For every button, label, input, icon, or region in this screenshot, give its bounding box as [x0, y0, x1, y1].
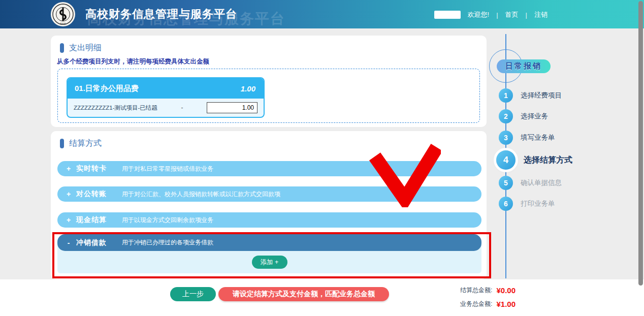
- university-logo: ★ ★ ★: [51, 2, 75, 26]
- expense-amount-input[interactable]: [207, 102, 257, 113]
- step-number-badge: 6: [499, 197, 513, 211]
- expense-item-header[interactable]: 01.日常办公用品费 1.00: [68, 78, 264, 99]
- expense-funding-row: ZZZZZZZZZZ1-测试项目-已结题 -: [68, 99, 264, 117]
- expense-item-card: 01.日常办公用品费 1.00 ZZZZZZZZZZ1-测试项目-已结题 -: [67, 77, 265, 118]
- footer-action-bar: 上一步 请设定结算方式及支付金额，匹配业务总金额 结算总金额: ¥0.00 业务…: [0, 279, 644, 316]
- method-row-realtime-card[interactable]: + 实时转卡 用于对私日常零星报销或借款业务: [57, 161, 481, 176]
- method-description: 用于对公汇款、校外人员报销款转帐或以汇款方式交回款项: [122, 190, 280, 199]
- nav-logout-link[interactable]: 注销: [534, 10, 548, 19]
- university-seal-icon: ★ ★ ★: [52, 3, 74, 25]
- expense-section-note: 从多个经费项目列支时，请注明每项经费具体支出金额: [57, 57, 209, 66]
- business-total-value: ¥1.00: [496, 300, 516, 308]
- step-number-badge: 1: [499, 88, 513, 103]
- settlement-warning-button[interactable]: 请设定结算方式及支付金额，匹配业务总金额: [218, 287, 389, 301]
- settlement-total-line: 结算总金额: ¥0.00: [439, 283, 516, 297]
- expense-item-name: 01.日常办公用品费: [75, 84, 139, 93]
- step-label: 打印业务单: [521, 199, 555, 208]
- page-title: 高校财务信息管理与服务平台: [85, 7, 237, 22]
- expand-icon: +: [65, 216, 72, 224]
- method-row-cash-settlement[interactable]: + 现金结算 用于以现金方式交回剩余款项业务: [57, 212, 481, 228]
- expense-section-title: 支出明细: [69, 43, 102, 53]
- method-name: 对公转账: [76, 189, 107, 199]
- expense-item-amount: 1.00: [241, 84, 255, 93]
- step-label: 选择业务: [521, 112, 548, 121]
- wizard-step-6[interactable]: 6 打印业务单: [499, 197, 555, 211]
- nav-home-link[interactable]: 首页: [505, 10, 519, 19]
- welcome-text: 欢迎您!: [468, 10, 490, 19]
- header-nav: 欢迎您! | 首页 | 注销: [434, 10, 548, 19]
- totals-summary: 结算总金额: ¥0.00 业务总金额: ¥1.00: [439, 283, 516, 311]
- method-description: 用于对私日常零星报销或借款业务: [122, 165, 213, 173]
- wizard-badge: 日常报销: [497, 59, 551, 73]
- collapse-icon: -: [65, 239, 72, 247]
- step-number-badge: 5: [499, 176, 513, 190]
- wizard-step-5[interactable]: 5 确认单据信息: [499, 176, 562, 190]
- settlement-method-card: 结算方式 + 实时转卡 用于对私日常零星报销或借款业务 + 对公转账 用于对公汇…: [51, 131, 487, 279]
- settlement-total-value: ¥0.00: [496, 286, 516, 295]
- wizard-step-4-current[interactable]: 4 选择结算方式: [496, 150, 572, 170]
- method-row-offset-loan[interactable]: - 冲销借款 用于冲销已办理过的各项业务借款: [57, 234, 481, 251]
- nav-separator: |: [526, 11, 527, 19]
- wizard-step-3[interactable]: 3 填写业务单: [499, 131, 555, 145]
- method-group-offset-loan: - 冲销借款 用于冲销已办理过的各项业务借款 添加 +: [57, 234, 481, 273]
- section-marker: [60, 139, 64, 148]
- method-name: 实时转卡: [76, 164, 107, 173]
- method-description: 用于冲销已办理过的各项业务借款: [122, 238, 213, 247]
- scrollbar-thumb[interactable]: [638, 1, 643, 286]
- business-total-label: 业务总金额:: [460, 300, 492, 308]
- app-header: ★ ★ ★ 高校财务信息管理与服务平台 高校财务信息管理与服务平台 欢迎您! |…: [0, 0, 644, 28]
- add-loan-button[interactable]: 添加 +: [252, 256, 287, 269]
- section-marker: [60, 43, 64, 53]
- expand-icon: +: [65, 165, 72, 173]
- settlement-total-label: 结算总金额:: [460, 286, 492, 295]
- settlement-section-title: 结算方式: [69, 138, 102, 149]
- expense-section-header: 支出明细: [60, 43, 102, 53]
- funding-source-label: ZZZZZZZZZZ1-测试项目-已结题: [74, 104, 157, 112]
- step-label: 填写业务单: [521, 133, 555, 142]
- wizard-step-1[interactable]: 1 选择经费项目: [499, 88, 562, 103]
- method-name: 现金结算: [76, 215, 107, 225]
- scrollbar-track[interactable]: [637, 285, 644, 316]
- username-redacted-block: [434, 11, 461, 19]
- method-description: 用于以现金方式交回剩余款项业务: [122, 216, 213, 225]
- nav-separator: |: [496, 11, 498, 19]
- step-number-badge: 4: [496, 150, 516, 170]
- business-total-line: 业务总金额: ¥1.00: [439, 297, 516, 311]
- step-number-badge: 3: [499, 131, 513, 145]
- method-name: 冲销借款: [76, 238, 107, 247]
- method-row-corporate-transfer[interactable]: + 对公转账 用于对公汇款、校外人员报销款转帐或以汇款方式交回款项: [57, 186, 481, 202]
- step-label: 确认单据信息: [521, 178, 562, 187]
- step-number-badge: 2: [499, 109, 513, 123]
- wizard-step-2[interactable]: 2 选择业务: [499, 109, 548, 123]
- step-label: 选择结算方式: [524, 155, 572, 166]
- step-label: 选择经费项目: [521, 91, 562, 100]
- expense-detail-card: 支出明细 从多个经费项目列支时，请注明每项经费具体支出金额 01.日常办公用品费…: [51, 36, 487, 127]
- expense-items-container: 01.日常办公用品费 1.00 ZZZZZZZZZZ1-测试项目-已结题 -: [57, 69, 480, 123]
- dash-separator: -: [157, 104, 207, 111]
- previous-step-button[interactable]: 上一步: [170, 287, 216, 301]
- expand-icon: +: [65, 190, 72, 198]
- svg-text:★ ★ ★: ★ ★ ★: [60, 22, 66, 24]
- expense-claim-page: ★ ★ ★ 高校财务信息管理与服务平台 高校财务信息管理与服务平台 欢迎您! |…: [0, 0, 644, 316]
- settlement-section-header: 结算方式: [60, 138, 102, 149]
